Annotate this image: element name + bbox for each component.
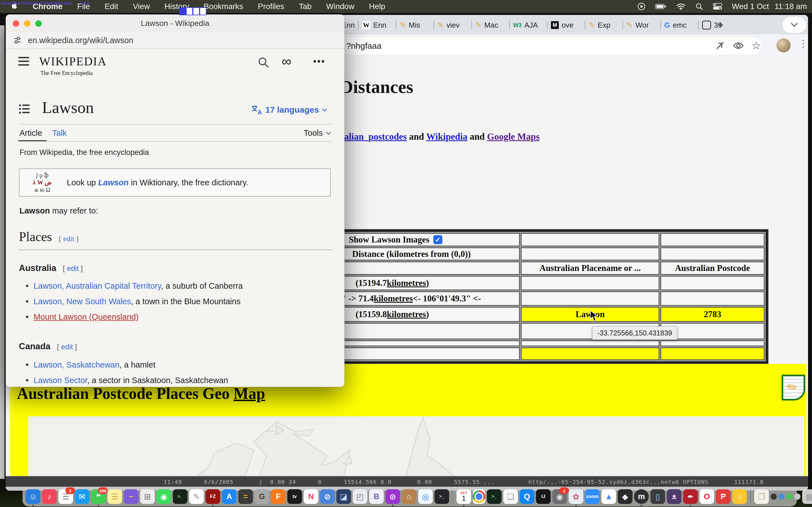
dock-item-opera[interactable]: O — [700, 489, 714, 504]
postcode-value-cell[interactable]: 2783 — [661, 307, 764, 322]
dock-item-mattermost[interactable]: m — [634, 489, 649, 504]
dock-item-zoom[interactable]: zoom — [585, 489, 600, 504]
dock-item-document[interactable]: ❏ — [503, 489, 518, 504]
dock-item-textedit[interactable]: ✎ — [189, 489, 204, 504]
dock-item-cat-app[interactable]: ᴥ — [667, 489, 681, 504]
article-link-mount-lawson-queensland-[interactable]: Mount Lawson (Queensland) — [34, 313, 139, 321]
new-tab-button[interactable]: + — [717, 20, 723, 29]
notes-image-icon[interactable]: ✎ — [781, 375, 805, 400]
menubar-menu-bookmarks[interactable]: Bookmarks — [204, 2, 243, 11]
dock-item-music[interactable]: ♪ — [42, 489, 57, 504]
browser-tab-wor[interactable]: ✎Wor — [623, 17, 660, 33]
close-window-button[interactable] — [13, 20, 19, 27]
geo-map-canvas[interactable] — [28, 416, 804, 476]
dock-item-mini-window-2[interactable] — [778, 494, 784, 500]
profile-avatar[interactable] — [776, 38, 791, 52]
page-link-google-maps[interactable]: Google Maps — [487, 131, 539, 142]
bookmark-star-icon[interactable]: ☆ — [750, 40, 762, 52]
menubar-menu-edit[interactable]: Edit — [105, 2, 118, 11]
dock-item-trash[interactable]: ▦ — [802, 489, 812, 504]
page-link-ralian-postcodes[interactable]: ralian_postcodes — [340, 131, 407, 142]
map-link[interactable]: Map — [234, 385, 265, 402]
popup-url[interactable]: en.wikipedia.org/wiki/Lawson — [28, 36, 133, 45]
menubar-date[interactable]: Wed 1 Oct — [732, 2, 769, 11]
edit-australia-link[interactable]: edit — [67, 264, 79, 273]
wikipedia-wordmark[interactable]: WIKIPEDIA — [39, 55, 107, 68]
dock-item-chrome[interactable] — [473, 489, 485, 504]
spotlight-search-icon[interactable] — [695, 3, 703, 10]
dock-item-filezilla[interactable]: FZ — [206, 489, 220, 504]
dock-item-intellij[interactable]: IJ — [536, 489, 551, 504]
browser-tab-39[interactable]: 39 — [699, 17, 735, 33]
browser-tab-mac[interactable]: ✎Mac — [472, 17, 509, 33]
popup-titlebar[interactable]: Lawson - Wikipedia — [6, 15, 344, 33]
edit-places-link[interactable]: edit — [63, 235, 74, 243]
battery-icon[interactable] — [655, 4, 666, 9]
menubar-menu-tab[interactable]: Tab — [299, 2, 312, 11]
minimize-window-button[interactable] — [24, 20, 31, 27]
infinity-icon[interactable]: ∞ — [282, 54, 291, 69]
dock-item-maps[interactable]: ▲ — [601, 489, 616, 504]
browser-tab-enn[interactable]: WEnn — [359, 17, 396, 33]
menubar-menu-window[interactable]: Window — [326, 2, 354, 11]
languages-selector[interactable]: A 17 languages — [251, 105, 327, 115]
search-icon[interactable] — [257, 56, 269, 69]
show-images-checkbox[interactable]: ✓ — [434, 235, 442, 244]
dock-item-mini-window-1[interactable] — [770, 494, 777, 500]
dock-item-gimp[interactable]: G — [255, 489, 269, 504]
tools-menu[interactable]: Tools — [304, 128, 331, 138]
menubar-menu-help[interactable]: Help — [369, 2, 386, 11]
dock-item-photos-lock[interactable]: P — [716, 489, 730, 504]
dock-item-podcasts[interactable]: ⊙ — [386, 489, 400, 504]
dock-item-notes[interactable]: ☰ — [107, 489, 122, 504]
extension-disabled-icon[interactable] — [714, 40, 726, 52]
zoom-window-button[interactable] — [35, 20, 42, 27]
dock-item-paint-palette[interactable]: ✿ — [569, 489, 583, 504]
kilometres-link[interactable]: kilometres — [387, 278, 426, 288]
main-menu-icon[interactable] — [18, 57, 29, 68]
browser-tab-mis[interactable]: ✎Mis — [396, 17, 434, 33]
browser-tab-viev[interactable]: ✎viev — [434, 17, 471, 33]
dock-item-terminal-dark[interactable]: >_ — [435, 489, 449, 504]
table-of-contents-icon[interactable] — [19, 104, 30, 115]
tab-overflow-button[interactable] — [783, 17, 806, 33]
article-link-lawson-australian-capital-territory[interactable]: Lawson, Australian Capital Territory — [34, 281, 161, 290]
wifi-icon[interactable] — [676, 3, 686, 10]
wiktionary-lawson-link[interactable]: Lawson — [98, 178, 129, 187]
dock-item-mail[interactable]: ✉ — [75, 489, 89, 504]
dock-item-bbedit[interactable]: B — [369, 489, 384, 504]
dock-item-finder[interactable]: ☺ — [26, 489, 40, 504]
dock-item-firefox[interactable]: F — [271, 489, 286, 504]
browser-tab-ove[interactable]: Move — [548, 17, 585, 33]
article-link-lawson-sector[interactable]: Lawson Sector — [34, 376, 87, 385]
dock-item-quicktime[interactable]: Q — [520, 489, 534, 504]
address-bar-url[interactable]: ?nhgfaaa — [346, 41, 382, 51]
address-bar[interactable] — [324, 37, 762, 55]
dock-item-photos-dark[interactable]: ◪ — [336, 489, 351, 504]
edit-canada-link[interactable]: edit — [61, 342, 73, 351]
dock-item-terminal-green[interactable]: >_ — [173, 489, 188, 504]
article-link-lawson-new-south-wales[interactable]: Lawson, New South Wales — [34, 297, 131, 306]
dock-item-facetime[interactable]: ◉ — [156, 489, 171, 504]
dock-item-media-wave[interactable]: ~ — [124, 489, 139, 504]
tab-talk[interactable]: Talk — [52, 128, 67, 138]
dock-item-dictionary-red[interactable]: ✒ — [683, 489, 698, 504]
dock-item-terminal-green-2[interactable]: >_ — [487, 489, 502, 504]
dock-item-camera[interactable]: ◉1 — [552, 489, 567, 504]
dock-item-calendar[interactable]: OCT1 — [456, 489, 471, 504]
kilometres-link[interactable]: kilometres — [387, 309, 426, 320]
dock-item-mini-window-3[interactable] — [786, 494, 793, 500]
chrome-menu-icon[interactable]: ⋮ — [799, 38, 808, 49]
dock-item-safari[interactable]: ◎ — [418, 489, 433, 504]
menubar-menu-profiles[interactable]: Profiles — [258, 2, 284, 11]
dock-item-iphone-mirroring[interactable]: ▯ — [651, 489, 665, 504]
dock-item-downloads-folder[interactable]: ❒ — [754, 489, 769, 504]
page-link-wikipedia[interactable]: Wikipedia — [426, 131, 467, 142]
browser-tab-exp[interactable]: ✎Exp — [585, 17, 622, 33]
dock-item-news[interactable]: N — [304, 489, 318, 504]
dock-item-app-store[interactable]: A — [222, 489, 237, 504]
site-settings-icon[interactable] — [13, 36, 22, 45]
dock-item-no-sign[interactable]: ⊘ — [320, 489, 335, 504]
article-link-lawson-saskatchewan[interactable]: Lawson, Saskatchewan — [34, 360, 119, 369]
dock-item-screenshot[interactable]: ◰ — [353, 489, 367, 504]
